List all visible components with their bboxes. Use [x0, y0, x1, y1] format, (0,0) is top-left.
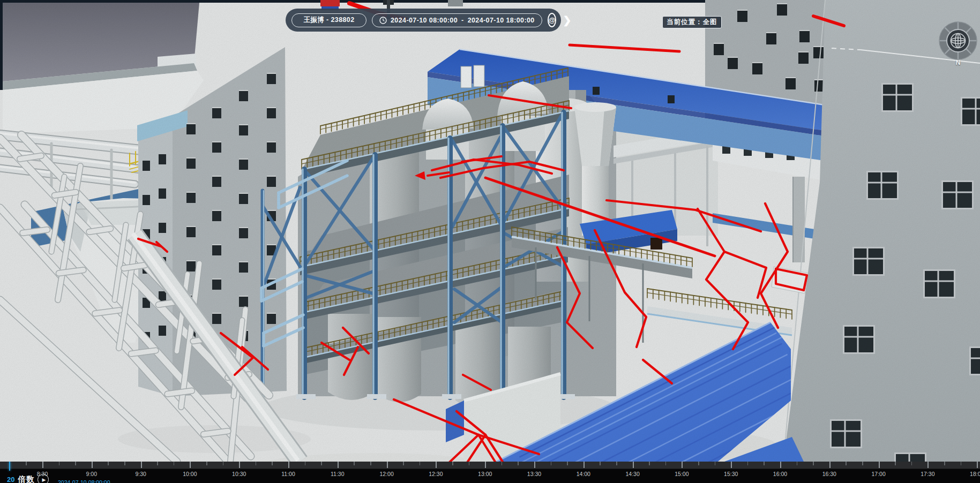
timeline-tick-minor	[174, 462, 175, 465]
speed-value[interactable]: 20	[7, 476, 14, 483]
timeline-tick-minor	[157, 462, 158, 465]
clock-icon	[379, 17, 387, 24]
timeline-label: 11:30	[331, 471, 345, 477]
timeline-tick-major	[927, 462, 929, 468]
timeline-tick-minor	[108, 462, 109, 465]
timeline-label: 16:30	[822, 471, 836, 477]
app-window: 王振博 - 238802 2024-07-10 08:00:00 - 2024-…	[0, 0, 980, 483]
timeline-tick-major	[387, 462, 388, 468]
timeline-tick-minor	[469, 462, 470, 465]
timeline-tick-minor	[944, 462, 945, 465]
timeline-tick-major	[780, 462, 781, 468]
viewport-3d[interactable]	[0, 0, 980, 483]
timeline-label: 12:00	[379, 471, 393, 477]
timeline-tick-minor	[551, 462, 552, 465]
timeline-tick-minor	[321, 462, 322, 465]
timeline-label: 17:00	[871, 471, 885, 477]
timeline-tick-minor	[911, 462, 912, 465]
timeline-tick-minor	[764, 462, 765, 465]
timeline-tick-minor	[715, 462, 716, 465]
timeline-tick-minor	[616, 462, 617, 465]
timeline-tick-major	[92, 462, 93, 468]
timeline-tick-minor	[895, 462, 896, 465]
timeline-tick-major	[436, 462, 437, 468]
timeline-label: 15:00	[675, 471, 689, 477]
timeline-tick-major	[534, 462, 535, 468]
time-end: 2024-07-10 18:00:00	[468, 17, 535, 24]
timeline-tick-major	[682, 462, 683, 468]
timeline-tick-minor	[26, 462, 27, 465]
timeline-tick-major	[879, 462, 880, 468]
timeline-label: 15:30	[724, 471, 738, 477]
locate-icon: @	[549, 16, 556, 24]
person-label: 王振博 - 238802	[303, 16, 354, 25]
timeline-tick-minor	[649, 462, 650, 465]
chevron-right-button[interactable]: ❯	[562, 14, 572, 26]
locate-button[interactable]: @	[548, 13, 557, 27]
timeline-tick-minor	[813, 462, 814, 465]
timeline-tick-major	[633, 462, 634, 468]
timeline-tick-minor	[961, 462, 962, 465]
timeline-label: 9:30	[135, 471, 146, 477]
timeline-tick-minor	[698, 462, 699, 465]
timeline-label: 9:00	[86, 471, 97, 477]
timeline-playhead[interactable]	[9, 462, 10, 471]
timeline-tick-major	[288, 462, 289, 468]
timeline-tick-major	[583, 462, 585, 468]
timeline-tick-minor	[75, 462, 76, 465]
timeline-label: 11:00	[281, 471, 295, 477]
chevron-right-icon: ❯	[563, 14, 571, 26]
timeline-label: 14:00	[577, 471, 590, 477]
timeline-tick-minor	[665, 462, 667, 465]
timeline-tick-major	[338, 462, 339, 468]
timeline-tick-minor	[846, 462, 847, 465]
timeline-tick-minor	[452, 462, 453, 465]
person-selector[interactable]: 王振博 - 238802	[291, 13, 366, 27]
timeline-label: 17:30	[921, 471, 934, 477]
timeline-label: 10:30	[232, 471, 246, 477]
timeline-tick-minor	[502, 462, 503, 465]
timeline-tick-minor	[272, 462, 273, 465]
timeline-tick-minor	[862, 462, 863, 465]
timeline-label: 13:30	[527, 471, 541, 477]
play-button[interactable]: ▶	[38, 474, 49, 483]
timeline-tick-minor	[354, 462, 355, 465]
timeline-tick-minor	[124, 462, 125, 465]
timeline-label: 14:30	[625, 471, 639, 477]
timeline-tick-major	[829, 462, 831, 468]
timeline-tick-minor	[370, 462, 371, 465]
time-range-selector[interactable]: 2024-07-10 08:00:00 - 2024-07-10 18:00:0…	[372, 13, 542, 27]
timeline-tick-minor	[206, 462, 207, 465]
current-location-label: 当前位置：全图	[667, 18, 717, 26]
compass-icon	[937, 19, 979, 62]
timeline-tick-minor	[403, 462, 404, 465]
timeline-label: 18:00	[970, 471, 980, 477]
timeline-tick-minor	[59, 462, 60, 465]
timeline-tick-minor	[747, 462, 749, 465]
timeline-label: 10:00	[183, 471, 197, 477]
top-bar: 王振博 - 238802 2024-07-10 08:00:00 - 2024-…	[286, 9, 561, 32]
timeline-tick-major	[141, 462, 142, 468]
timeline-tick-minor	[305, 462, 306, 465]
timeline-ruler[interactable]	[0, 462, 980, 469]
compass-north-label: N	[956, 59, 961, 66]
timeline-tick-minor	[567, 462, 568, 465]
timeline-tick-major	[239, 462, 240, 468]
timeline-tick-minor	[420, 462, 421, 465]
timeline: 8:309:009:3010:0010:3011:0011:3012:0012:…	[0, 462, 980, 483]
timeline-tick-major	[190, 462, 191, 468]
timeline-tick-major	[485, 462, 486, 468]
playback-controls: 20 倍数 ▶	[7, 474, 49, 483]
timeline-tick-minor	[256, 462, 257, 465]
texture-overlay	[0, 0, 980, 483]
timeline-tick-minor	[600, 462, 601, 465]
timeline-tick-minor	[797, 462, 798, 465]
timeline-tick-major	[977, 462, 978, 468]
timeline-label: 12:30	[429, 471, 443, 477]
timeline-tick-major	[731, 462, 732, 468]
compass-widget[interactable]: N	[937, 19, 979, 69]
current-time: 2024-07-10 08:00:00	[58, 479, 110, 483]
current-location-badge: 当前位置：全图	[662, 16, 722, 28]
timeline-label: 13:00	[478, 471, 492, 477]
globe-icon	[951, 34, 966, 48]
